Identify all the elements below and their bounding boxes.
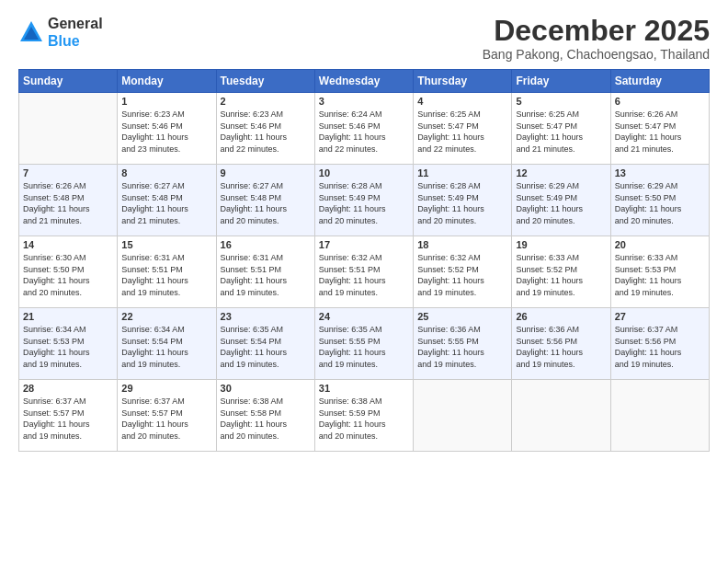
table-row: 12Sunrise: 6:29 AM Sunset: 5:49 PM Dayli… <box>512 165 610 236</box>
calendar-week-row: 28Sunrise: 6:37 AM Sunset: 5:57 PM Dayli… <box>19 380 710 452</box>
day-info: Sunrise: 6:32 AM Sunset: 5:52 PM Dayligh… <box>417 252 507 298</box>
day-number: 7 <box>23 167 113 178</box>
table-row: 3Sunrise: 6:24 AM Sunset: 5:46 PM Daylig… <box>314 93 413 165</box>
table-row: 25Sunrise: 6:36 AM Sunset: 5:55 PM Dayli… <box>414 308 512 380</box>
day-info: Sunrise: 6:29 AM Sunset: 5:49 PM Dayligh… <box>516 180 606 226</box>
calendar: Sunday Monday Tuesday Wednesday Thursday… <box>18 69 710 452</box>
table-row <box>512 380 610 452</box>
calendar-week-row: 7Sunrise: 6:26 AM Sunset: 5:48 PM Daylig… <box>19 165 710 236</box>
day-number: 12 <box>516 167 606 178</box>
table-row: 6Sunrise: 6:26 AM Sunset: 5:47 PM Daylig… <box>610 93 709 165</box>
day-info: Sunrise: 6:23 AM Sunset: 5:46 PM Dayligh… <box>221 109 311 155</box>
table-row <box>414 380 512 452</box>
day-info: Sunrise: 6:34 AM Sunset: 5:54 PM Dayligh… <box>121 324 211 370</box>
table-row <box>19 93 118 165</box>
table-row: 8Sunrise: 6:27 AM Sunset: 5:48 PM Daylig… <box>118 165 216 236</box>
table-row: 31Sunrise: 6:38 AM Sunset: 5:59 PM Dayli… <box>314 380 413 452</box>
day-info: Sunrise: 6:34 AM Sunset: 5:53 PM Dayligh… <box>23 324 113 370</box>
day-info: Sunrise: 6:25 AM Sunset: 5:47 PM Dayligh… <box>417 109 507 155</box>
day-info: Sunrise: 6:27 AM Sunset: 5:48 PM Dayligh… <box>221 180 311 226</box>
day-info: Sunrise: 6:35 AM Sunset: 5:54 PM Dayligh… <box>221 324 311 370</box>
table-row: 7Sunrise: 6:26 AM Sunset: 5:48 PM Daylig… <box>19 165 118 236</box>
day-info: Sunrise: 6:25 AM Sunset: 5:47 PM Dayligh… <box>516 109 606 155</box>
day-number: 22 <box>121 311 211 322</box>
day-number: 29 <box>121 383 211 394</box>
table-row: 5Sunrise: 6:25 AM Sunset: 5:47 PM Daylig… <box>512 93 610 165</box>
day-number: 1 <box>121 96 211 107</box>
day-info: Sunrise: 6:27 AM Sunset: 5:48 PM Dayligh… <box>121 180 211 226</box>
table-row: 17Sunrise: 6:32 AM Sunset: 5:51 PM Dayli… <box>314 236 413 308</box>
day-info: Sunrise: 6:32 AM Sunset: 5:51 PM Dayligh… <box>319 252 409 298</box>
day-number: 18 <box>417 239 507 250</box>
day-number: 9 <box>221 167 311 178</box>
day-number: 31 <box>319 383 409 394</box>
location: Bang Pakong, Chachoengsao, Thailand <box>483 47 710 62</box>
day-number: 30 <box>221 383 311 394</box>
day-number: 15 <box>121 239 211 250</box>
col-wednesday: Wednesday <box>314 70 413 93</box>
col-sunday: Sunday <box>19 70 118 93</box>
logo-text: General Blue <box>48 15 103 50</box>
table-row: 2Sunrise: 6:23 AM Sunset: 5:46 PM Daylig… <box>216 93 314 165</box>
col-monday: Monday <box>118 70 216 93</box>
calendar-week-row: 21Sunrise: 6:34 AM Sunset: 5:53 PM Dayli… <box>19 308 710 380</box>
table-row: 14Sunrise: 6:30 AM Sunset: 5:50 PM Dayli… <box>19 236 118 308</box>
day-info: Sunrise: 6:35 AM Sunset: 5:55 PM Dayligh… <box>319 324 409 370</box>
calendar-week-row: 1Sunrise: 6:23 AM Sunset: 5:46 PM Daylig… <box>19 93 710 165</box>
calendar-week-row: 14Sunrise: 6:30 AM Sunset: 5:50 PM Dayli… <box>19 236 710 308</box>
day-info: Sunrise: 6:26 AM Sunset: 5:48 PM Dayligh… <box>23 180 113 226</box>
day-info: Sunrise: 6:38 AM Sunset: 5:59 PM Dayligh… <box>319 396 409 442</box>
table-row: 13Sunrise: 6:29 AM Sunset: 5:50 PM Dayli… <box>610 165 709 236</box>
day-info: Sunrise: 6:33 AM Sunset: 5:52 PM Dayligh… <box>516 252 606 298</box>
day-info: Sunrise: 6:28 AM Sunset: 5:49 PM Dayligh… <box>319 180 409 226</box>
day-info: Sunrise: 6:37 AM Sunset: 5:57 PM Dayligh… <box>121 396 211 442</box>
col-tuesday: Tuesday <box>216 70 314 93</box>
table-row: 1Sunrise: 6:23 AM Sunset: 5:46 PM Daylig… <box>118 93 216 165</box>
table-row: 21Sunrise: 6:34 AM Sunset: 5:53 PM Dayli… <box>19 308 118 380</box>
table-row: 11Sunrise: 6:28 AM Sunset: 5:49 PM Dayli… <box>414 165 512 236</box>
day-number: 13 <box>615 167 705 178</box>
col-saturday: Saturday <box>610 70 709 93</box>
day-number: 27 <box>615 311 705 322</box>
day-number: 23 <box>221 311 311 322</box>
day-number: 8 <box>121 167 211 178</box>
table-row: 24Sunrise: 6:35 AM Sunset: 5:55 PM Dayli… <box>314 308 413 380</box>
table-row: 9Sunrise: 6:27 AM Sunset: 5:48 PM Daylig… <box>216 165 314 236</box>
table-row: 28Sunrise: 6:37 AM Sunset: 5:57 PM Dayli… <box>19 380 118 452</box>
day-info: Sunrise: 6:29 AM Sunset: 5:50 PM Dayligh… <box>615 180 705 226</box>
header: General Blue December 2025 Bang Pakong, … <box>18 15 710 62</box>
page: General Blue December 2025 Bang Pakong, … <box>0 0 728 563</box>
day-number: 24 <box>319 311 409 322</box>
day-info: Sunrise: 6:24 AM Sunset: 5:46 PM Dayligh… <box>319 109 409 155</box>
day-number: 10 <box>319 167 409 178</box>
day-number: 25 <box>417 311 507 322</box>
day-number: 4 <box>417 96 507 107</box>
table-row: 26Sunrise: 6:36 AM Sunset: 5:56 PM Dayli… <box>512 308 610 380</box>
day-number: 28 <box>23 383 113 394</box>
day-number: 19 <box>516 239 606 250</box>
day-number: 3 <box>319 96 409 107</box>
day-info: Sunrise: 6:36 AM Sunset: 5:55 PM Dayligh… <box>417 324 507 370</box>
col-friday: Friday <box>512 70 610 93</box>
day-number: 2 <box>221 96 311 107</box>
table-row: 18Sunrise: 6:32 AM Sunset: 5:52 PM Dayli… <box>414 236 512 308</box>
day-number: 14 <box>23 239 113 250</box>
day-number: 20 <box>615 239 705 250</box>
day-info: Sunrise: 6:31 AM Sunset: 5:51 PM Dayligh… <box>121 252 211 298</box>
day-number: 17 <box>319 239 409 250</box>
logo: General Blue <box>18 15 103 50</box>
day-info: Sunrise: 6:33 AM Sunset: 5:53 PM Dayligh… <box>615 252 705 298</box>
day-number: 21 <box>23 311 113 322</box>
day-info: Sunrise: 6:36 AM Sunset: 5:56 PM Dayligh… <box>516 324 606 370</box>
day-info: Sunrise: 6:38 AM Sunset: 5:58 PM Dayligh… <box>221 396 311 442</box>
day-info: Sunrise: 6:37 AM Sunset: 5:56 PM Dayligh… <box>615 324 705 370</box>
table-row: 19Sunrise: 6:33 AM Sunset: 5:52 PM Dayli… <box>512 236 610 308</box>
day-info: Sunrise: 6:31 AM Sunset: 5:51 PM Dayligh… <box>221 252 311 298</box>
month-title: December 2025 <box>483 15 710 47</box>
day-info: Sunrise: 6:30 AM Sunset: 5:50 PM Dayligh… <box>23 252 113 298</box>
day-info: Sunrise: 6:23 AM Sunset: 5:46 PM Dayligh… <box>121 109 211 155</box>
table-row: 20Sunrise: 6:33 AM Sunset: 5:53 PM Dayli… <box>610 236 709 308</box>
table-row <box>610 380 709 452</box>
table-row: 22Sunrise: 6:34 AM Sunset: 5:54 PM Dayli… <box>118 308 216 380</box>
day-number: 26 <box>516 311 606 322</box>
